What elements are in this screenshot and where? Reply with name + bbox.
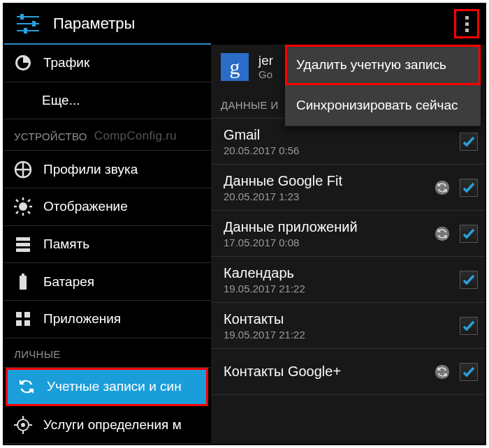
watermark: CompConfig.ru xyxy=(94,129,177,143)
sync-row-time: 19.05.2017 21:22 xyxy=(224,283,460,294)
battery-icon xyxy=(14,273,32,291)
svg-rect-21 xyxy=(16,312,22,318)
sidebar-item-traffic[interactable]: Трафик xyxy=(4,45,211,82)
globe-icon xyxy=(14,160,32,179)
sidebar-item-label: Отображение xyxy=(43,199,128,214)
overflow-menu-button[interactable] xyxy=(454,9,479,38)
svg-line-14 xyxy=(28,200,30,202)
sync-row-title: Контакты xyxy=(224,311,460,327)
app-header: Параметры xyxy=(4,4,485,43)
sidebar-item-label: Приложения xyxy=(43,311,121,327)
svg-rect-1 xyxy=(17,23,39,24)
menu-sync-now[interactable]: Синхронизировать сейчас xyxy=(285,85,481,126)
svg-rect-17 xyxy=(16,243,30,246)
svg-rect-24 xyxy=(24,320,30,326)
location-icon xyxy=(14,416,32,434)
data-usage-icon xyxy=(14,54,32,72)
sync-row-time: 19.05.2017 21:22 xyxy=(224,329,460,341)
sync-row-title: Gmail xyxy=(224,127,460,143)
svg-line-12 xyxy=(16,200,18,202)
brightness-icon xyxy=(14,197,32,216)
svg-rect-2 xyxy=(17,30,39,31)
sync-checkbox[interactable] xyxy=(460,225,478,243)
sync-panel: g jer Go ДАННЫЕ И Gmail20.05.2017 0:56Да… xyxy=(211,45,485,444)
svg-rect-22 xyxy=(24,312,30,318)
sidebar-item-accounts-sync[interactable]: Учетные записи и син xyxy=(6,368,208,407)
sync-checkbox[interactable] xyxy=(460,179,478,197)
sync-status-icon xyxy=(432,361,453,382)
sync-checkbox[interactable] xyxy=(460,363,478,381)
section-header-personal: ЛИЧНЫЕ xyxy=(4,338,211,368)
svg-rect-23 xyxy=(16,320,22,326)
sidebar-item-label: Трафик xyxy=(43,55,89,70)
sidebar-item-storage[interactable]: Память xyxy=(4,226,211,264)
sidebar-item-display[interactable]: Отображение xyxy=(4,188,211,226)
menu-delete-account[interactable]: Удалить учетную запись xyxy=(285,45,481,85)
section-header-device: УСТРОЙСТВО CompConfig.ru xyxy=(4,119,211,151)
svg-line-15 xyxy=(16,211,18,214)
sync-row[interactable]: Контакты19.05.2017 21:22 xyxy=(211,303,485,349)
sidebar-item-sound-profiles[interactable]: Профили звука xyxy=(4,151,211,188)
svg-point-26 xyxy=(21,423,25,427)
account-name: jer xyxy=(258,54,273,68)
sidebar-item-apps[interactable]: Приложения xyxy=(4,301,211,338)
sync-row-time: 20.05.2017 1:23 xyxy=(224,191,432,202)
svg-rect-16 xyxy=(16,237,30,241)
overflow-menu: Удалить учетную запись Синхронизировать … xyxy=(285,45,481,126)
apps-icon xyxy=(14,310,32,328)
sync-checkbox[interactable] xyxy=(460,271,478,289)
svg-rect-19 xyxy=(20,276,27,290)
sidebar-item-label: Профили звука xyxy=(43,162,138,177)
sync-row-title: Данные приложений xyxy=(224,219,432,235)
page-title: Параметры xyxy=(53,15,454,33)
svg-point-32 xyxy=(435,226,449,240)
svg-rect-0 xyxy=(17,16,39,17)
svg-line-13 xyxy=(28,211,30,214)
sync-row-title: Календарь xyxy=(224,265,460,281)
svg-point-33 xyxy=(435,364,449,378)
sidebar-item-location[interactable]: Услуги определения м xyxy=(4,406,211,444)
sidebar-item-label: Учетные записи и син xyxy=(47,379,182,394)
sync-status-icon xyxy=(432,223,453,244)
sidebar-item-more[interactable]: Еще... xyxy=(4,82,211,120)
sync-row[interactable]: Календарь19.05.2017 21:22 xyxy=(211,257,485,303)
storage-icon xyxy=(14,235,32,253)
sync-checkbox[interactable] xyxy=(460,317,478,335)
svg-rect-4 xyxy=(32,21,36,27)
svg-rect-3 xyxy=(20,14,24,20)
svg-point-7 xyxy=(19,202,27,211)
sidebar-item-label: Еще... xyxy=(42,93,80,108)
sync-row[interactable]: Данные Google Fit20.05.2017 1:23 xyxy=(211,165,485,211)
sidebar-item-battery[interactable]: Батарея xyxy=(4,263,211,301)
sidebar-item-label: Услуги определения м xyxy=(43,417,182,433)
sidebar-item-label: Память xyxy=(43,237,89,252)
svg-point-31 xyxy=(435,180,449,194)
google-icon: g xyxy=(221,53,249,81)
sync-row-title: Контакты Google+ xyxy=(224,364,432,380)
svg-rect-18 xyxy=(16,248,30,252)
sync-row-time: 17.05.2017 0:08 xyxy=(224,237,432,248)
sync-status-icon xyxy=(432,177,453,198)
svg-rect-20 xyxy=(22,274,24,276)
sync-row-time: 20.05.2017 0:56 xyxy=(224,144,460,156)
settings-sidebar: Трафик Еще... УСТРОЙСТВО CompConfig.ru П… xyxy=(4,45,211,444)
svg-rect-5 xyxy=(24,28,27,33)
sync-row[interactable]: Контакты Google+ xyxy=(211,349,485,395)
sync-icon xyxy=(17,378,36,396)
sync-row-title: Данные Google Fit xyxy=(224,173,432,189)
settings-icon xyxy=(13,10,43,38)
sync-checkbox[interactable] xyxy=(460,133,478,151)
sidebar-item-label: Батарея xyxy=(43,274,94,290)
sync-row[interactable]: Данные приложений17.05.2017 0:08 xyxy=(211,211,485,257)
account-provider: Go xyxy=(258,68,273,80)
